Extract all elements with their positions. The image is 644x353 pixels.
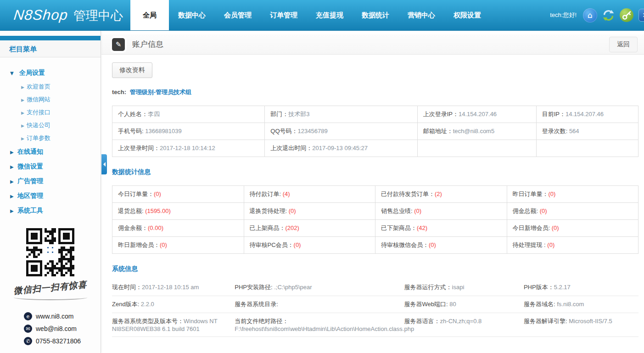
tab-marketing[interactable]: 营销中心 bbox=[398, 0, 444, 31]
cell-label: 已下架商品： bbox=[381, 224, 417, 231]
sidebar-item-wechat-site[interactable]: ▶微信网站 bbox=[0, 93, 101, 106]
sidebar-collapse-handle[interactable] bbox=[101, 154, 107, 174]
chevron-right-icon: ▶ bbox=[21, 123, 27, 128]
cell-label: 现在时间： bbox=[112, 284, 142, 291]
sidebar-item-label: 在线通知 bbox=[17, 148, 43, 155]
table-cell: 登录次数: 564 bbox=[536, 123, 638, 140]
tab-global[interactable]: 全局 bbox=[130, 0, 169, 31]
contact-email: ✉ web@ni8.com bbox=[24, 325, 101, 333]
cell-value: 80 bbox=[449, 301, 456, 308]
cell-value: (1595.00) bbox=[145, 207, 171, 214]
contact-info: e www.ni8.com ✉ web@ni8.com ✆ 0755-83271… bbox=[24, 312, 101, 345]
sidebar-item-label: 全局设置 bbox=[19, 69, 45, 76]
sidebar-menu: ▼ 全局设置 ▶欢迎首页 ▶微信网站 ▶支付接口 ▶快递公司 ▶订单参数 ▶在线… bbox=[0, 57, 101, 218]
tab-permissions[interactable]: 权限设置 bbox=[444, 0, 490, 31]
cell-label: 服务器系统类型及版本号： bbox=[112, 318, 184, 325]
cell-value: 李四 bbox=[148, 111, 160, 118]
cell-value: (42) bbox=[417, 224, 427, 231]
main-panel: ✎ 账户信息 返回 修改资料 tech: 管理级别-管理员技术组 个人姓名：李四… bbox=[101, 31, 644, 353]
cell-label: 待审核PC会员： bbox=[250, 241, 294, 248]
sidebar-item-welcome[interactable]: ▶欢迎首页 bbox=[0, 80, 101, 93]
table-cell: 已下架商品：(42) bbox=[375, 220, 507, 237]
cell-value: 14.154.207.46 bbox=[459, 111, 497, 118]
sidebar-item-global-settings[interactable]: ▼ 全局设置 bbox=[0, 66, 101, 80]
cell-value: tech@ni8.com5 bbox=[453, 128, 495, 134]
sidebar-item-online-notice[interactable]: ▶在线通知 bbox=[0, 145, 101, 159]
cell-value: (202) bbox=[286, 224, 299, 231]
cell-label: 服务器Web端口: bbox=[404, 301, 450, 308]
sidebar-item-label: 地区管理 bbox=[17, 192, 43, 199]
tab-members[interactable]: 会员管理 bbox=[215, 0, 261, 31]
table-cell: 今日新增会员: (0) bbox=[507, 220, 638, 237]
cell-label: 待付款订单: bbox=[250, 191, 283, 197]
sidebar-item-express[interactable]: ▶快递公司 bbox=[0, 119, 101, 132]
cell-value: (2) bbox=[435, 191, 442, 197]
sidebar-item-label: 订单参数 bbox=[27, 134, 50, 141]
sidebar-item-wechat-settings[interactable]: ▶微信设置 bbox=[0, 159, 101, 174]
key-icon[interactable] bbox=[620, 8, 633, 22]
chevron-right-icon: ▶ bbox=[10, 208, 17, 213]
table-cell: 目前IP：14.154.207.46 bbox=[536, 106, 638, 123]
table-cell: 上次登录时间：2017-12-18 10:14:12 bbox=[112, 140, 265, 157]
table-row: Zend版本: 2.2.0服务器系统目录: 服务器Web端口: 80服务器域名:… bbox=[112, 296, 638, 313]
table-cell: 已付款待发货订单：(2) bbox=[375, 186, 507, 203]
table-cell: 佣金总额: (0) bbox=[507, 203, 638, 220]
sidebar-item-label: 支付接口 bbox=[27, 109, 50, 116]
table-cell: 服务器域名: fs.ni8.com bbox=[524, 296, 638, 313]
admin-level-link[interactable]: 管理级别-管理员技术组 bbox=[130, 89, 191, 95]
system-info-table: 现在时间：2017-12-18 10:15 amPHP安装路径: .;C:\ph… bbox=[112, 279, 638, 337]
back-button[interactable]: 返回 bbox=[609, 37, 638, 52]
table-row: 服务器系统类型及版本号：Windows NT NI8SER08WEB38 6.1… bbox=[112, 313, 638, 337]
page-content: 修改资料 tech: 管理级别-管理员技术组 个人姓名：李四部门：技术部3上次登… bbox=[101, 55, 644, 337]
cell-value: 123456789 bbox=[298, 128, 328, 134]
cell-label: 上次登录时间： bbox=[118, 145, 160, 151]
home-icon[interactable]: ⌂ bbox=[583, 8, 597, 22]
chevron-right-icon: ▶ bbox=[10, 179, 17, 184]
table-row: 现在时间：2017-12-18 10:15 amPHP安装路径: .;C:\ph… bbox=[112, 279, 638, 296]
tab-orders[interactable]: 订单管理 bbox=[261, 0, 307, 31]
tab-statistics[interactable]: 数据统计 bbox=[353, 0, 398, 31]
refresh-icon[interactable] bbox=[602, 9, 615, 22]
table-cell bbox=[536, 140, 638, 157]
sidebar-item-payment[interactable]: ▶支付接口 bbox=[0, 106, 101, 119]
sidebar-item-label: 欢迎首页 bbox=[27, 83, 50, 90]
sidebar-item-system-tools[interactable]: ▶系统工具 bbox=[0, 203, 101, 218]
sidebar-item-ads[interactable]: ▶广告管理 bbox=[0, 174, 101, 189]
cell-label: 当前文件绝对路径： bbox=[235, 318, 288, 325]
close-icon[interactable]: ✕ bbox=[638, 9, 644, 22]
sidebar-item-regions[interactable]: ▶地区管理 bbox=[0, 189, 101, 203]
phone-icon: ✆ bbox=[24, 337, 32, 345]
table-cell: 个人姓名：李四 bbox=[112, 106, 265, 123]
cell-label: 个人姓名： bbox=[118, 111, 148, 118]
cell-label: 登录次数: bbox=[542, 128, 569, 134]
tab-recharge[interactable]: 充值提现 bbox=[307, 0, 353, 31]
cell-label: 昨日订单量： bbox=[513, 191, 549, 197]
sidebar-header: 栏目菜单 bbox=[0, 40, 101, 57]
chevron-right-icon: ▶ bbox=[10, 194, 17, 199]
table-row: 上次登录时间：2017-12-18 10:14:12上次退出时间：2017-09… bbox=[112, 140, 638, 157]
table-cell: 部门：技术部3 bbox=[265, 106, 417, 123]
table-cell: 服务器运行方式：isapi bbox=[404, 279, 524, 296]
table-cell: 待付款订单: (4) bbox=[244, 186, 375, 203]
chevron-right-icon: ▶ bbox=[10, 164, 17, 169]
cell-value: (0) bbox=[547, 241, 554, 248]
cell-label: 手机号码: bbox=[118, 128, 145, 134]
cell-value: (0) bbox=[414, 207, 421, 214]
table-cell: 现在时间：2017-12-18 10:15 am bbox=[112, 279, 235, 296]
cell-label: 上次登录IP： bbox=[423, 111, 459, 118]
edit-profile-button[interactable]: 修改资料 bbox=[112, 62, 152, 78]
table-cell: 服务器语言：zh-CN,zh;q=0.8 bbox=[404, 313, 524, 337]
cell-value: 2.2.0 bbox=[141, 301, 154, 308]
tab-data-center[interactable]: 数据中心 bbox=[169, 0, 215, 31]
table-row: 手机号码: 13668981039QQ号码：123456789邮箱地址：tech… bbox=[112, 123, 638, 140]
sidebar-item-label: 快递公司 bbox=[27, 122, 50, 129]
cell-value: 技术部3 bbox=[288, 111, 309, 118]
sidebar-item-label: 微信设置 bbox=[17, 162, 43, 170]
contact-text: web@ni8.com bbox=[36, 325, 77, 332]
table-cell bbox=[417, 140, 536, 157]
cell-label: 服务器域名: bbox=[524, 301, 557, 308]
sidebar-item-order-params[interactable]: ▶订单参数 bbox=[0, 132, 101, 145]
table-cell: 服务器系统目录: bbox=[235, 296, 404, 313]
logo-text: N8Shop bbox=[13, 7, 69, 23]
topbar: N8Shop 管理中心 全局 数据中心 会员管理 订单管理 充值提现 数据统计 … bbox=[0, 0, 644, 31]
